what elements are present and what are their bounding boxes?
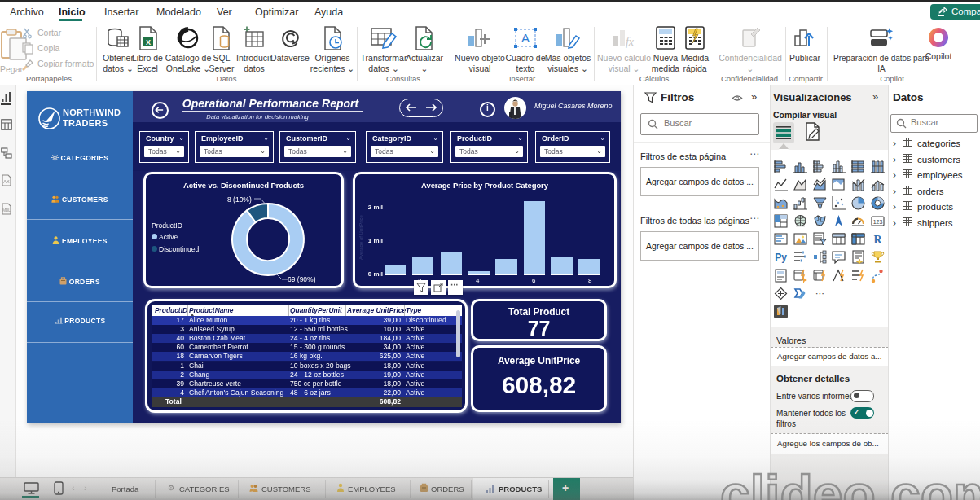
svg-text:MDL: MDL: [2, 208, 11, 213]
svg-text:Py: Py: [775, 252, 787, 263]
svg-text:AX: AX: [3, 179, 10, 184]
svg-text:fx: fx: [626, 36, 635, 48]
svg-text:A: A: [521, 31, 530, 45]
svg-text:123: 123: [873, 218, 883, 224]
svg-text:R: R: [873, 234, 882, 246]
svg-text:⋯: ⋯: [815, 288, 824, 298]
svg-text:X: X: [146, 38, 151, 46]
